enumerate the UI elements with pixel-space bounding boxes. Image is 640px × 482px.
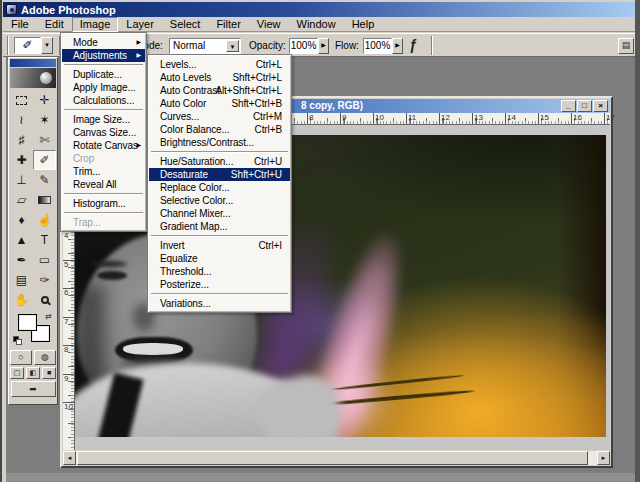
ruler-mark: 9 xyxy=(340,113,346,124)
magic-wand-tool[interactable]: ✶ xyxy=(33,110,56,130)
menu-item-mode[interactable]: Mode▶ xyxy=(62,36,145,49)
toolbox-titlebar[interactable] xyxy=(10,59,56,67)
menu-item-channel-mixer[interactable]: Channel Mixer... xyxy=(149,207,290,220)
standard-screen-mode-button[interactable]: ▢ xyxy=(10,367,24,379)
menubar-item-select[interactable]: Select xyxy=(162,17,209,32)
menu-item-reveal-all[interactable]: Reveal All xyxy=(62,178,145,191)
notes-tool[interactable]: ▤ xyxy=(10,270,33,290)
menubar-item-file[interactable]: File xyxy=(3,17,37,32)
scroll-right-icon[interactable]: ► xyxy=(597,451,610,465)
menubar-item-help[interactable]: Help xyxy=(344,17,383,32)
menubar-item-image[interactable]: Image xyxy=(72,17,119,32)
flow-spinner[interactable]: ▶ xyxy=(392,38,403,54)
blur-tool[interactable]: ♦ xyxy=(10,210,33,230)
standard-mode-button[interactable]: ○ xyxy=(10,350,32,365)
menu-item-label: Duplicate... xyxy=(73,69,122,80)
fullscreen-with-menubar-button[interactable]: ◧ xyxy=(26,367,40,379)
menu-item-duplicate[interactable]: Duplicate... xyxy=(62,68,145,81)
app-titlebar[interactable]: Adobe Photoshop xyxy=(3,2,635,17)
palette-well-tab[interactable]: ▤ xyxy=(618,38,634,54)
menu-item-canvas-size[interactable]: Canvas Size... xyxy=(62,126,145,139)
menu-item-replace-color[interactable]: Replace Color... xyxy=(149,181,290,194)
menu-item-label: Brightness/Contrast... xyxy=(160,137,254,148)
menu-item-gradient-map[interactable]: Gradient Map... xyxy=(149,220,290,233)
history-brush-tool-icon: ✎ xyxy=(39,173,49,187)
menu-item-apply-image[interactable]: Apply Image... xyxy=(62,81,145,94)
foreground-color-swatch[interactable] xyxy=(18,314,37,331)
slice-tool[interactable]: ✄ xyxy=(33,130,56,150)
healing-brush-tool[interactable]: ✚ xyxy=(10,150,33,170)
eraser-tool[interactable]: ▱ xyxy=(10,190,33,210)
hand-tool[interactable]: ✋ xyxy=(10,290,33,310)
ruler-mark: 12 xyxy=(439,113,450,124)
scroll-left-icon[interactable]: ◄ xyxy=(63,451,76,465)
menu-item-calculations[interactable]: Calculations... xyxy=(62,94,145,107)
brush-preset-dropdown-button[interactable]: ▼ xyxy=(41,37,53,54)
menubar-item-view[interactable]: View xyxy=(249,17,289,32)
menu-item-equalize[interactable]: Equalize xyxy=(149,252,290,265)
menubar-item-window[interactable]: Window xyxy=(289,17,344,32)
move-tool[interactable]: ✛ xyxy=(33,90,56,110)
menu-item-levels[interactable]: Levels...Ctrl+L xyxy=(149,58,290,71)
clone-stamp-tool[interactable]: ⊥ xyxy=(10,170,33,190)
ruler-mark: 7 xyxy=(63,317,74,326)
blend-mode-select[interactable]: Normal ▼ xyxy=(169,38,241,54)
gradient-tool[interactable] xyxy=(33,190,56,210)
dropdown-arrow-icon[interactable]: ▼ xyxy=(226,40,239,52)
horizontal-scrollbar[interactable]: ◄ ► xyxy=(63,451,610,465)
menubar-item-edit[interactable]: Edit xyxy=(37,17,72,32)
fullscreen-mode-button[interactable]: ■ xyxy=(42,367,56,379)
hand-tool-icon: ✋ xyxy=(14,293,29,307)
menu-item-auto-contrast[interactable]: Auto ContrastAlt+Shft+Ctrl+L xyxy=(149,84,290,97)
menubar-item-layer[interactable]: Layer xyxy=(118,17,162,32)
image-menu-popup: Mode▶Adjustments▶Duplicate...Apply Image… xyxy=(60,32,147,232)
minimize-icon[interactable]: _ xyxy=(561,100,576,112)
menubar-item-filter[interactable]: Filter xyxy=(208,17,248,32)
menu-item-posterize[interactable]: Posterize... xyxy=(149,278,290,291)
close-icon[interactable]: × xyxy=(593,100,608,112)
menu-item-selective-color[interactable]: Selective Color... xyxy=(149,194,290,207)
menu-item-label: Threshold... xyxy=(160,266,212,277)
menu-item-brightness-contrast[interactable]: Brightness/Contrast... xyxy=(149,136,290,149)
airbrush-toggle-icon[interactable]: ƒ xyxy=(409,37,417,53)
rectangle-tool[interactable]: ▭ xyxy=(33,250,56,270)
opacity-spinner[interactable]: ▶ xyxy=(318,38,329,54)
menu-item-hue-saturation[interactable]: Hue/Saturation...Ctrl+U xyxy=(149,155,290,168)
menu-item-invert[interactable]: InvertCtrl+I xyxy=(149,239,290,252)
zoom-tool[interactable] xyxy=(33,290,56,310)
flow-input[interactable]: 100% xyxy=(363,38,392,54)
menu-item-desaturate[interactable]: DesaturateShft+Ctrl+U xyxy=(149,168,290,181)
lasso-tool[interactable]: ≀ xyxy=(10,110,33,130)
default-colors-icon[interactable] xyxy=(13,336,22,345)
menu-item-threshold[interactable]: Threshold... xyxy=(149,265,290,278)
crop-tool[interactable]: ♯ xyxy=(10,130,33,150)
ruler-mark: 13 xyxy=(472,113,483,124)
menu-item-adjustments[interactable]: Adjustments▶ xyxy=(62,49,145,62)
menu-item-image-size[interactable]: Image Size... xyxy=(62,113,145,126)
rectangular-marquee-tool[interactable] xyxy=(10,90,33,110)
menu-item-auto-levels[interactable]: Auto LevelsShft+Ctrl+L xyxy=(149,71,290,84)
menu-item-variations[interactable]: Variations... xyxy=(149,297,290,310)
menu-item-trim[interactable]: Trim... xyxy=(62,165,145,178)
switch-colors-icon[interactable]: ⇄ xyxy=(45,312,52,321)
jump-to-imageready-button[interactable]: ➦ xyxy=(11,381,56,397)
eyedropper-tool[interactable]: ✑ xyxy=(33,270,56,290)
type-tool[interactable]: T xyxy=(33,230,56,250)
smudge-tool[interactable]: ☝ xyxy=(33,210,56,230)
brush-tool[interactable]: ✐ xyxy=(33,150,56,170)
quick-mask-mode-button[interactable]: ◍ xyxy=(34,350,56,365)
pen-tool[interactable]: ✒ xyxy=(10,250,33,270)
menu-item-auto-color[interactable]: Auto ColorShft+Ctrl+B xyxy=(149,97,290,110)
path-selection-tool[interactable]: ▲ xyxy=(10,230,33,250)
opacity-input[interactable]: 100% xyxy=(289,38,318,54)
menu-item-histogram[interactable]: Histogram... xyxy=(62,197,145,210)
menu-item-label: Reveal All xyxy=(73,179,116,190)
history-brush-tool[interactable]: ✎ xyxy=(33,170,56,190)
scrollbar-thumb[interactable] xyxy=(77,451,588,465)
menu-item-rotate-canvas[interactable]: Rotate Canvas▶ xyxy=(62,139,145,152)
menu-item-color-balance[interactable]: Color Balance...Ctrl+B xyxy=(149,123,290,136)
toolbox-banner[interactable] xyxy=(10,68,56,88)
maximize-icon[interactable]: □ xyxy=(577,100,592,112)
menu-item-curves[interactable]: Curves...Ctrl+M xyxy=(149,110,290,123)
brush-preset-preview[interactable]: ✐ xyxy=(14,37,41,54)
